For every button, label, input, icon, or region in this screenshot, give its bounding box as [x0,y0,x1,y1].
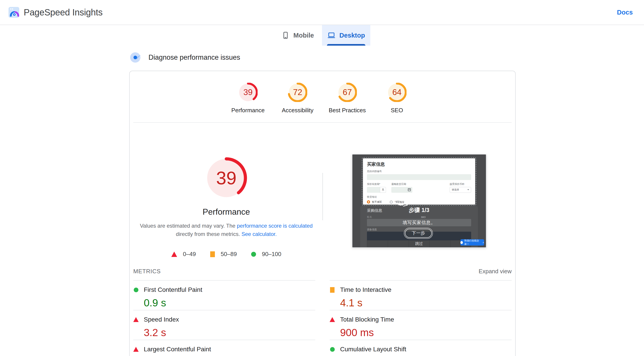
gauge-score: 64 [387,83,406,102]
average-square-icon [210,251,215,257]
gauge-seo[interactable]: 64 SEO [375,83,419,114]
thumb-validity-group: 报价有效期* 天 [367,182,386,193]
gauge-performance[interactable]: 39 Performance [226,83,270,114]
gauge-accessibility[interactable]: 72 Accessibility [276,83,320,114]
tab-mobile-label: Mobile [294,32,314,39]
performance-gauge-column: 39 Performance Values are estimated and … [130,123,323,258]
gauge-seo-ring: 64 [387,83,406,102]
gauge-score: 72 [288,83,307,102]
gauge-performance-ring: 39 [238,83,258,102]
thumb-input [367,174,471,180]
screenshot-column: 买家信息 您的内部编号 报价有效期* 天 最晚收货日期 [323,123,515,258]
diagnose-title: Diagnose performance issues [148,54,240,62]
thumb-buyer-card: 买家信息 您的内部编号 报价有效期* 天 最晚收货日期 [363,158,475,205]
metrics-heading: METRICS [133,268,161,275]
calendar-icon [408,188,411,191]
thumb-address-radios: 暂不填写 填写地址 [367,200,471,204]
metric-cumulative-layout-shift: Cumulative Layout Shift 0.011 [330,340,512,356]
thumb-currency-select: 请选择 [450,187,471,193]
gauge-score: 39 [238,83,258,102]
metric-label: Time to Interactive [340,286,391,294]
metric-label: Largest Contentful Paint [144,346,211,353]
gauge-best-practices[interactable]: 67 Best Practices [325,83,369,114]
see-calculator-link[interactable]: See calculator. [242,231,276,237]
thumb-days-suffix: 天 [380,187,386,193]
thumb-field-label: 最晚收货日期 [391,182,412,186]
fail-triangle-icon [330,317,335,322]
thumb-field-row: 报价有效期* 天 最晚收货日期 接受报价币种 [367,182,471,193]
tab-mobile[interactable]: Mobile [274,25,322,46]
app-header: PageSpeed Insights Docs [0,0,644,25]
metric-first-contentful-paint: First Contentful Paint 0.9 s [133,280,315,310]
metrics-grid: First Contentful Paint 0.9 s Time to Int… [133,280,512,356]
gauge-best-practices-ring: 67 [338,83,357,102]
metric-label: Speed Index [144,316,179,323]
thumb-field-label: 报价有效期* [367,182,386,186]
tab-desktop[interactable]: Desktop [322,25,370,46]
pass-circle-icon [133,288,139,292]
thumb-card-title: 买家信息 [367,161,471,167]
radio-on-icon [367,200,370,204]
metric-speed-index: Speed Index 3.2 s [133,310,315,340]
legend-range: 90–100 [262,251,281,258]
gauge-accessibility-ring: 72 [288,83,307,102]
thumb-radio-selected: 暂不填写 [367,200,382,204]
metric-total-blocking-time: Total Blocking Time 900 ms [330,310,512,340]
pagespeed-logo-icon [8,7,19,18]
docs-link[interactable]: Docs [617,9,633,16]
pass-circle-icon [251,252,256,257]
thumb-imo-label: IMO [421,216,426,218]
app-title: PageSpeed Insights [24,8,103,18]
active-tab-underline [327,44,366,46]
legend-item-average: 50–89 [210,251,237,258]
metrics-header-row: METRICS Expand view [133,268,512,280]
metric-value: 0.9 s [144,297,315,309]
metric-head: Total Blocking Time [330,316,512,323]
metric-value: 900 ms [340,326,512,338]
brand[interactable]: PageSpeed Insights [8,7,103,18]
thumb-field-label: 您的内部编号 [367,170,471,173]
score-calc-link[interactable]: performance score is calculated [237,223,312,229]
thumb-date-group: 最晚收货日期 [391,182,412,193]
expand-view-button[interactable]: Expand view [479,268,512,275]
thumb-ship-label: 船名 [367,215,372,219]
gauge-label: Performance [232,107,265,114]
gauge-label: Best Practices [329,107,366,114]
performance-disclaimer: Values are estimated and may vary. The p… [140,222,312,238]
metric-largest-contentful-paint: Largest Contentful Paint 3.7 s [133,340,315,356]
metric-label: Total Blocking Time [340,316,394,323]
legend-range: 50–89 [221,251,237,258]
diagnose-section-heading: Diagnose performance issues [130,52,644,62]
fail-triangle-icon [171,252,177,257]
thumb-chat-widget: 和我们在线交谈！ ∧ [460,239,484,245]
metric-value: 3.2 s [144,326,315,338]
metric-value: 4.1 s [340,297,512,309]
gauge-score: 67 [338,83,357,102]
fail-triangle-icon [133,347,139,352]
thumb-date-input [391,187,412,193]
metric-head: Time to Interactive [330,286,512,294]
thumb-select-placeholder: 请选择 [452,188,459,192]
device-tabbar: Mobile Desktop [0,25,644,46]
score-legend: 0–49 50–89 90–100 [171,251,281,258]
thumb-input [367,187,380,193]
big-performance-gauge: 39 [206,157,247,199]
thumb-step-title: 步骤 1/3 [352,206,486,214]
legend-range: 0–49 [183,251,196,258]
chevron-down-icon [467,189,469,190]
chat-icon [460,241,463,244]
gauge-label: SEO [391,107,403,114]
final-screenshot-thumbnail: 买家信息 您的内部编号 报价有效期* 天 最晚收货日期 [352,154,486,248]
desktop-laptop-icon [327,32,336,39]
legend-item-fail: 0–49 [171,251,196,258]
legend-item-pass: 90–100 [251,251,281,258]
fail-triangle-icon [133,317,139,322]
category-scores-row: 39 Performance 72 Accessibility 67 [130,71,515,122]
metric-head: First Contentful Paint [133,286,315,294]
disclaimer-text: directly from these metrics. [176,231,242,237]
chevron-up-icon: ∧ [482,241,484,244]
performance-main-row: 39 Performance Values are estimated and … [130,123,515,258]
gauge-label: Accessibility [282,107,314,114]
pass-circle-icon [330,347,335,352]
thumb-next-button: 下一步 [405,229,432,238]
